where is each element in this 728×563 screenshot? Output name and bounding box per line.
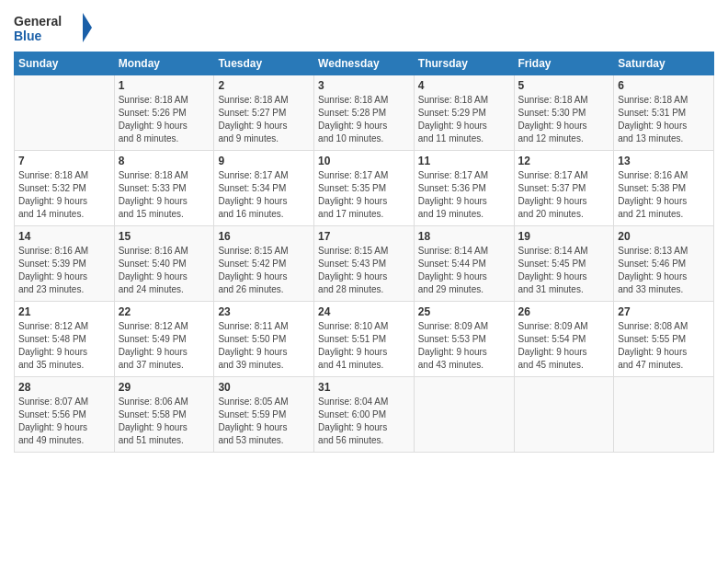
day-info: Sunrise: 8:18 AMSunset: 5:28 PMDaylight:… [318,94,410,145]
day-info: Sunrise: 8:05 AMSunset: 5:59 PMDaylight:… [218,396,310,447]
day-info: Sunrise: 8:15 AMSunset: 5:42 PMDaylight:… [218,245,310,296]
calendar-cell: 24Sunrise: 8:10 AMSunset: 5:51 PMDayligh… [314,302,415,377]
day-number: 28 [18,381,110,394]
svg-marker-2 [83,13,92,42]
day-number: 11 [418,155,510,167]
day-info: Sunrise: 8:18 AMSunset: 5:32 PMDaylight:… [18,169,110,221]
calendar-cell: 21Sunrise: 8:12 AMSunset: 5:48 PMDayligh… [15,302,115,377]
week-row-1: 1Sunrise: 8:18 AMSunset: 5:26 PMDaylight… [15,75,714,151]
day-number: 21 [18,305,110,318]
calendar-cell: 12Sunrise: 8:17 AMSunset: 5:37 PMDayligh… [514,151,614,226]
day-number: 12 [518,155,610,167]
calendar-cell [15,75,115,151]
svg-text:Blue: Blue [14,29,42,43]
day-number: 25 [418,305,510,318]
logo: GeneralBlue [14,9,97,46]
day-header-saturday: Saturday [614,52,714,75]
calendar-cell: 29Sunrise: 8:06 AMSunset: 5:58 PMDayligh… [114,377,214,453]
day-info: Sunrise: 8:16 AMSunset: 5:38 PMDaylight:… [618,169,710,221]
calendar-cell [414,377,514,453]
day-info: Sunrise: 8:17 AMSunset: 5:35 PMDaylight:… [318,169,410,221]
day-number: 7 [18,155,110,167]
day-number: 13 [618,155,710,167]
day-header-thursday: Thursday [414,52,514,75]
calendar-cell: 22Sunrise: 8:12 AMSunset: 5:49 PMDayligh… [114,302,214,377]
day-info: Sunrise: 8:09 AMSunset: 5:53 PMDaylight:… [418,320,510,372]
calendar-cell: 15Sunrise: 8:16 AMSunset: 5:40 PMDayligh… [114,226,214,302]
day-number: 6 [618,79,710,92]
calendar-cell: 26Sunrise: 8:09 AMSunset: 5:54 PMDayligh… [514,302,614,377]
day-header-monday: Monday [114,52,214,75]
calendar-cell: 8Sunrise: 8:18 AMSunset: 5:33 PMDaylight… [114,151,214,226]
calendar-cell: 27Sunrise: 8:08 AMSunset: 5:55 PMDayligh… [614,302,714,377]
day-info: Sunrise: 8:18 AMSunset: 5:31 PMDaylight:… [618,94,710,145]
day-number: 26 [518,305,610,318]
week-row-4: 21Sunrise: 8:12 AMSunset: 5:48 PMDayligh… [15,302,714,377]
calendar-cell: 5Sunrise: 8:18 AMSunset: 5:30 PMDaylight… [514,75,614,151]
day-info: Sunrise: 8:12 AMSunset: 5:48 PMDaylight:… [18,320,110,372]
calendar-cell: 14Sunrise: 8:16 AMSunset: 5:39 PMDayligh… [15,226,115,302]
calendar-cell: 16Sunrise: 8:15 AMSunset: 5:42 PMDayligh… [214,226,314,302]
day-number: 4 [418,79,510,92]
calendar-cell: 4Sunrise: 8:18 AMSunset: 5:29 PMDaylight… [414,75,514,151]
calendar-cell: 20Sunrise: 8:13 AMSunset: 5:46 PMDayligh… [614,226,714,302]
day-number: 24 [318,305,410,318]
day-number: 1 [119,79,210,92]
svg-text:General: General [14,14,62,29]
day-number: 3 [318,79,410,92]
day-info: Sunrise: 8:06 AMSunset: 5:58 PMDaylight:… [119,396,210,447]
calendar-cell: 10Sunrise: 8:17 AMSunset: 5:35 PMDayligh… [314,151,415,226]
day-header-tuesday: Tuesday [214,52,314,75]
day-info: Sunrise: 8:08 AMSunset: 5:55 PMDaylight:… [618,320,710,372]
day-info: Sunrise: 8:16 AMSunset: 5:40 PMDaylight:… [119,245,210,296]
day-info: Sunrise: 8:14 AMSunset: 5:44 PMDaylight:… [418,245,510,296]
calendar-cell: 30Sunrise: 8:05 AMSunset: 5:59 PMDayligh… [214,377,314,453]
calendar-cell: 19Sunrise: 8:14 AMSunset: 5:45 PMDayligh… [514,226,614,302]
day-info: Sunrise: 8:13 AMSunset: 5:46 PMDaylight:… [618,245,710,296]
day-info: Sunrise: 8:16 AMSunset: 5:39 PMDaylight:… [18,245,110,296]
day-number: 8 [119,155,210,167]
week-row-5: 28Sunrise: 8:07 AMSunset: 5:56 PMDayligh… [15,377,714,453]
week-row-3: 14Sunrise: 8:16 AMSunset: 5:39 PMDayligh… [15,226,714,302]
calendar-table: SundayMondayTuesdayWednesdayThursdayFrid… [14,52,714,453]
calendar-cell: 17Sunrise: 8:15 AMSunset: 5:43 PMDayligh… [314,226,415,302]
day-info: Sunrise: 8:04 AMSunset: 6:00 PMDaylight:… [318,396,410,447]
calendar-cell: 1Sunrise: 8:18 AMSunset: 5:26 PMDaylight… [114,75,214,151]
day-info: Sunrise: 8:17 AMSunset: 5:36 PMDaylight:… [418,169,510,221]
calendar-cell: 11Sunrise: 8:17 AMSunset: 5:36 PMDayligh… [414,151,514,226]
day-number: 29 [119,381,210,394]
logo-icon: GeneralBlue [14,9,97,46]
calendar-header-row: SundayMondayTuesdayWednesdayThursdayFrid… [15,52,714,75]
day-number: 22 [119,305,210,318]
day-info: Sunrise: 8:18 AMSunset: 5:27 PMDaylight:… [218,94,310,145]
day-info: Sunrise: 8:14 AMSunset: 5:45 PMDaylight:… [518,245,610,296]
day-info: Sunrise: 8:18 AMSunset: 5:30 PMDaylight:… [518,94,610,145]
day-number: 9 [218,155,310,167]
week-row-2: 7Sunrise: 8:18 AMSunset: 5:32 PMDaylight… [15,151,714,226]
day-number: 2 [218,79,310,92]
day-info: Sunrise: 8:12 AMSunset: 5:49 PMDaylight:… [119,320,210,372]
day-number: 19 [518,230,610,243]
day-number: 27 [618,305,710,318]
calendar-cell [514,377,614,453]
day-info: Sunrise: 8:10 AMSunset: 5:51 PMDaylight:… [318,320,410,372]
day-number: 31 [318,381,410,394]
calendar-cell: 31Sunrise: 8:04 AMSunset: 6:00 PMDayligh… [314,377,415,453]
day-info: Sunrise: 8:07 AMSunset: 5:56 PMDaylight:… [18,396,110,447]
day-number: 23 [218,305,310,318]
calendar-cell: 3Sunrise: 8:18 AMSunset: 5:28 PMDaylight… [314,75,415,151]
day-number: 5 [518,79,610,92]
calendar-cell: 2Sunrise: 8:18 AMSunset: 5:27 PMDaylight… [214,75,314,151]
day-info: Sunrise: 8:15 AMSunset: 5:43 PMDaylight:… [318,245,410,296]
header: GeneralBlue [14,9,714,46]
day-info: Sunrise: 8:09 AMSunset: 5:54 PMDaylight:… [518,320,610,372]
calendar-cell: 28Sunrise: 8:07 AMSunset: 5:56 PMDayligh… [15,377,115,453]
day-header-wednesday: Wednesday [314,52,415,75]
calendar-cell [614,377,714,453]
day-info: Sunrise: 8:17 AMSunset: 5:34 PMDaylight:… [218,169,310,221]
day-number: 20 [618,230,710,243]
calendar-cell: 23Sunrise: 8:11 AMSunset: 5:50 PMDayligh… [214,302,314,377]
day-number: 18 [418,230,510,243]
calendar-cell: 9Sunrise: 8:17 AMSunset: 5:34 PMDaylight… [214,151,314,226]
calendar-cell: 25Sunrise: 8:09 AMSunset: 5:53 PMDayligh… [414,302,514,377]
